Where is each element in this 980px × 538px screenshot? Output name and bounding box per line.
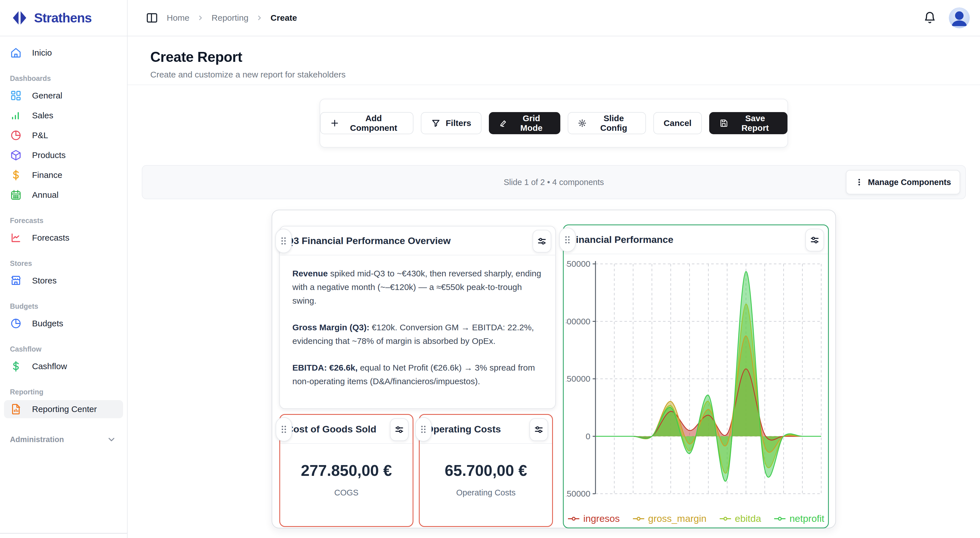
text-component-body: Revenue spiked mid-Q3 to ~€430k, then re… (280, 255, 555, 413)
filters-button[interactable]: Filters (421, 112, 482, 134)
legend-label: ingresos (583, 513, 620, 524)
sidebar-footer-divider (0, 533, 127, 534)
brand-logo[interactable]: Strathens (0, 0, 127, 36)
legend-item-netprofit[interactable]: netprofit (773, 513, 824, 524)
slide-status-text: Slide 1 of 2 • 4 components (504, 178, 604, 187)
drag-handle[interactable] (559, 228, 576, 252)
legend-item-ingresos[interactable]: ingresos (567, 513, 620, 524)
sidebar-group-administration[interactable]: Administration (10, 435, 116, 444)
sidebar-item-finance[interactable]: Finance (4, 166, 123, 184)
sidebar-item-general[interactable]: General (4, 86, 123, 105)
text-component-card[interactable]: Q3 Financial Performance Overview Revenu… (279, 226, 556, 409)
sidebar-item-budgets[interactable]: Budgets (4, 314, 123, 332)
kpi-label: Operating Costs (456, 488, 516, 497)
plus-icon (330, 118, 339, 128)
report-toolbar: Add Component Filters Grid Mode Slide Co… (320, 99, 788, 148)
gear-icon (578, 118, 586, 128)
home-icon (10, 47, 22, 59)
component-title: Q3 Financial Performance Overview (286, 235, 450, 246)
dollar-icon (10, 169, 22, 181)
breadcrumb-home[interactable]: Home (167, 13, 189, 23)
kpi-cogs-card[interactable]: Cost of Goods Sold 277.850,00 € COGS (279, 414, 414, 527)
admin-label: Administration (10, 435, 64, 444)
sidebar-toggle-button[interactable] (146, 12, 158, 24)
sidebar-item-forecasts[interactable]: Forecasts (4, 229, 123, 247)
topbar-actions (923, 7, 970, 29)
drag-dots-icon (564, 234, 571, 246)
pie-chart-icon (10, 318, 22, 329)
chart-legend: ingresosgross_marginebitdanetprofit (566, 513, 826, 524)
sidebar: Strathens Inicio Dashboards General (0, 0, 127, 538)
sidebar-item-stores[interactable]: Stores (4, 271, 123, 290)
save-icon (719, 118, 728, 128)
legend-label: gross_margin (648, 513, 706, 524)
sidebar-item-reporting-center[interactable]: Reporting Center (4, 400, 123, 418)
app-root: Strathens Inicio Dashboards General (0, 0, 980, 538)
legend-label: ebitda (735, 513, 761, 524)
drag-handle[interactable] (415, 417, 431, 442)
topbar: Home Reporting Create (127, 0, 980, 36)
sidebar-item-cashflow[interactable]: Cashflow (4, 357, 123, 375)
pencil-icon (499, 118, 508, 128)
financial-performance-chart: 4500003000001500000-150000 ingresosgross… (564, 254, 828, 524)
component-settings-button[interactable] (530, 418, 548, 441)
brand-name: Strathens (34, 10, 92, 26)
sidebar-item-products[interactable]: Products (4, 146, 123, 164)
cancel-button[interactable]: Cancel (653, 112, 702, 134)
section-label-budgets: Budgets (10, 302, 127, 310)
button-label: Filters (446, 118, 471, 128)
svg-text:150000: 150000 (566, 374, 590, 383)
sidebar-item-sales[interactable]: Sales (4, 106, 123, 125)
bell-icon (923, 11, 936, 24)
breadcrumb-reporting[interactable]: Reporting (212, 13, 248, 23)
drag-handle[interactable] (275, 417, 292, 442)
bar-chart-icon (10, 110, 22, 121)
sidebar-item-pl[interactable]: P&L (4, 126, 123, 144)
paragraph: Revenue spiked mid-Q3 to ~€430k, then re… (292, 267, 543, 308)
sidebar-item-label: Inicio (32, 48, 52, 57)
chart-component-card[interactable]: Financial Performance 450000300000150000… (563, 224, 829, 528)
calendar-icon (10, 189, 22, 201)
breadcrumb-create: Create (270, 13, 297, 23)
cube-icon (10, 149, 22, 161)
drag-dots-icon (280, 424, 288, 435)
button-label: Save Report (733, 113, 777, 133)
sidebar-item-label: Reporting Center (32, 404, 97, 414)
kpi-operating-costs-card[interactable]: Operating Costs 65.700,00 € Operating Co… (419, 414, 553, 527)
page-header: Create Report Create and customize a new… (127, 36, 980, 85)
sidebar-item-label: General (32, 91, 62, 101)
area-chart: 4500003000001500000-150000 (566, 256, 826, 511)
pie-chart-icon (10, 129, 22, 141)
user-avatar[interactable] (949, 7, 970, 29)
chevron-right-icon (256, 14, 263, 22)
notifications-button[interactable] (923, 11, 936, 24)
component-settings-button[interactable] (805, 229, 824, 251)
kpi-body: 65.700,00 € Operating Costs (420, 444, 552, 497)
legend-item-ebitda[interactable]: ebitda (719, 513, 761, 524)
component-settings-button[interactable] (390, 418, 409, 441)
sidebar-item-label: Finance (32, 170, 62, 180)
component-title: Cost of Goods Sold (286, 424, 376, 435)
sidebar-item-label: Sales (32, 111, 53, 120)
manage-components-button[interactable]: Manage Components (846, 170, 960, 194)
button-label: Add Component (344, 113, 403, 133)
legend-item-gross_margin[interactable]: gross_margin (632, 513, 706, 524)
sidebar-item-annual[interactable]: Annual (4, 186, 123, 204)
component-settings-button[interactable] (533, 230, 551, 252)
sidebar-item-label: Forecasts (32, 233, 70, 243)
grid-mode-button[interactable]: Grid Mode (489, 112, 560, 134)
slide-config-button[interactable]: Slide Config (568, 112, 646, 134)
legend-label: netprofit (789, 513, 824, 524)
add-component-button[interactable]: Add Component (320, 112, 414, 134)
main-area: Home Reporting Create (127, 0, 980, 538)
kpi-label: COGS (334, 488, 358, 497)
section-label-cashflow: Cashflow (10, 345, 127, 353)
save-report-button[interactable]: Save Report (709, 112, 788, 134)
sidebar-item-inicio[interactable]: Inicio (4, 44, 123, 62)
sidebar-item-label: Products (32, 150, 65, 160)
report-icon (10, 403, 22, 415)
page-title: Create Report (150, 49, 980, 65)
drag-handle[interactable] (275, 229, 292, 253)
component-header: Q3 Financial Performance Overview (280, 227, 555, 255)
sidebar-item-label: P&L (32, 131, 48, 140)
